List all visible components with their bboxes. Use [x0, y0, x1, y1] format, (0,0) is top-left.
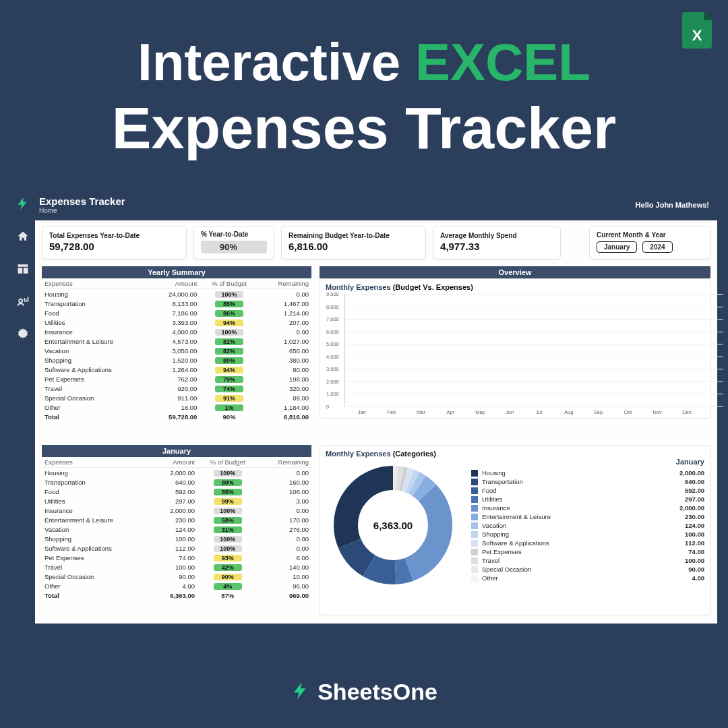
brand-bolt-icon [291, 681, 311, 704]
donut-chart-box: Monthly Expenses (Categories) 6,363.00 J… [320, 445, 710, 615]
table-row: Shopping 1,520.00 80% 380.00 [42, 355, 311, 365]
legend-item: Insurance 2,000.00 [471, 504, 704, 512]
table-row: Other 16.00 1% 1,184.00 [42, 402, 311, 412]
table-row: Travel 920.00 74% 320.00 [42, 384, 311, 393]
table-row: Entertainment & Leisure 4,573.00 82% 1,0… [42, 336, 311, 346]
table-row: Transportation 8,133.00 85% 1,467.00 [42, 299, 311, 308]
table-row: Housing 2,000.00 100% 0.00 [42, 468, 311, 478]
month-selector[interactable]: January [597, 241, 637, 253]
legend-item: Shopping 100.00 [471, 530, 704, 539]
svg-text:X: X [692, 27, 702, 44]
settings-gear-icon[interactable] [16, 327, 30, 343]
table-row: Special Occasion 90.00 90% 10.00 [42, 572, 311, 581]
legend-item: Food 592.00 [471, 486, 704, 495]
headline-excel: EXCEL [415, 32, 590, 92]
metric-avg: Average Monthly Spend 4,977.33 [433, 226, 561, 260]
table-row: Pet Expenses 74.00 93% 6.00 [42, 553, 311, 562]
monthly-bar-chart: 0 1,000 2,000 3,000 4,000 5,000 6,000 7,… [326, 294, 704, 415]
table-row: Software & Applications 1,264.00 94% 80.… [42, 365, 311, 374]
table-row: Travel 100.00 42% 140.00 [42, 562, 311, 572]
legend-item: Vacation 124.00 [471, 521, 704, 530]
legend-item: Travel 100.00 [471, 556, 704, 565]
user-analytics-icon[interactable] [16, 295, 30, 311]
metric-avg-value: 4,977.33 [440, 241, 553, 252]
legend-item: Other 4.00 [471, 574, 704, 582]
app-screenshot: Expenses Tracker Home Hello John Mathews… [11, 192, 717, 624]
legend-item: Entertainment & Leisure 230.00 [471, 512, 704, 521]
metric-remaining: Remaining Budget Year-to-Date 6,816.00 [281, 226, 426, 260]
table-row: Shopping 100.00 100% 0.00 [42, 534, 311, 543]
year-selector[interactable]: 2024 [642, 241, 672, 253]
table-row: Utilities 297.00 99% 3.00 [42, 496, 311, 506]
table-row: Housing 24,000.00 100% 0.00 [42, 289, 311, 299]
bar-chart-subtitle: (Budget Vs. Expenses) [393, 283, 473, 291]
yearly-summary-panel: Yearly Summary ExpensesAmount% of Budget… [42, 266, 311, 437]
monthly-panel: January ExpensesAmount% of BudgetRemaini… [42, 445, 311, 615]
titlebar: Expenses Tracker Home Hello John Mathews… [35, 192, 717, 220]
headline-expenses: Expenses Tracker [0, 96, 728, 161]
overview-header: Overview [320, 266, 710, 278]
donut-title: Monthly Expenses [326, 450, 391, 458]
legend-item: Housing 2,000.00 [471, 468, 704, 477]
donut-center-value: 6,363.00 [373, 520, 413, 531]
metric-remaining-label: Remaining Budget Year-to-Date [289, 232, 419, 239]
metric-avg-label: Average Monthly Spend [440, 232, 553, 239]
table-total-row: Total6,363.00 87%969.00 [42, 590, 311, 600]
metric-pct-label: % Year-to-Date [201, 231, 267, 238]
table-row: Vacation 124.00 31% 276.00 [42, 524, 311, 534]
donut-legend: January Housing 2,000.00 Transportation … [471, 458, 704, 593]
table-row: Software & Applications 112.00 100% 0.00 [42, 543, 311, 553]
legend-item: Pet Expenses 74.00 [471, 547, 704, 556]
footer-brand: SheetsOne [0, 679, 728, 705]
brand-name: SheetsOne [317, 679, 437, 705]
metric-ytd-label: Total Expenses Year-to-Date [49, 232, 179, 239]
yearly-summary-table: ExpensesAmount% of BudgetRemaining Housi… [42, 278, 311, 421]
promo-headline: Interactive EXCEL Expenses Tracker [0, 0, 728, 161]
metric-pct-value: 90% [201, 241, 267, 253]
metric-ytd-value: 59,728.00 [49, 241, 179, 252]
table-row: Special Occasion 911.00 91% 89.00 [42, 393, 311, 402]
table-row: Other 4.00 4% 96.00 [42, 581, 311, 590]
table-row: Pet Expenses 762.00 79% 198.00 [42, 374, 311, 384]
table-row: Insurance 4,000.00 100% 0.00 [42, 327, 311, 336]
bar-chart-box: Monthly Expenses (Budget Vs. Expenses) 0… [320, 278, 710, 419]
table-row: Utilities 3,393.00 94% 207.00 [42, 317, 311, 327]
monthly-header: January [42, 445, 311, 457]
monthly-table: ExpensesAmount% of BudgetRemaining Housi… [42, 457, 311, 600]
metric-pct: % Year-to-Date 90% [193, 226, 274, 260]
home-icon[interactable] [16, 230, 30, 246]
donut-chart: 6,363.00 [326, 458, 460, 593]
table-row: Entertainment & Leisure 230.00 58% 170.0… [42, 515, 311, 524]
legend-item: Special Occasion 90.00 [471, 565, 704, 574]
logo-bolt-icon [16, 196, 30, 214]
metric-current-month: Current Month & Year January 2024 [589, 226, 710, 260]
table-row: Vacation 3,050.00 82% 650.00 [42, 346, 311, 355]
table-row: Insurance 2,000.00 100% 0.00 [42, 506, 311, 515]
overview-panel: Overview Monthly Expenses (Budget Vs. Ex… [320, 266, 710, 437]
app-title: Expenses Tracker [39, 195, 125, 207]
excel-file-icon: X [682, 12, 712, 51]
donut-subtitle: (Categories) [393, 450, 436, 458]
legend-item: Transportation 640.00 [471, 477, 704, 486]
table-row: Food 592.00 85% 108.00 [42, 487, 311, 496]
legend-item: Software & Applications 112.00 [471, 539, 704, 547]
table-total-row: Total59,728.00 90%6,816.00 [42, 412, 311, 421]
app-subtitle: Home [39, 207, 125, 214]
legend-item: Utilities 297.00 [471, 495, 704, 504]
metric-ytd: Total Expenses Year-to-Date 59,728.00 [42, 226, 187, 260]
metric-month-label: Current Month & Year [597, 231, 703, 239]
headline-interactive: Interactive [138, 32, 400, 92]
bar-chart-title: Monthly Expenses [326, 283, 391, 291]
table-row: Food 7,186.00 86% 1,214.00 [42, 308, 311, 317]
yearly-summary-header: Yearly Summary [42, 266, 311, 278]
table-row: Transportation 640.00 80% 160.00 [42, 477, 311, 487]
sidebar [11, 192, 35, 624]
table-icon[interactable] [16, 262, 30, 278]
metric-remaining-value: 6,816.00 [289, 241, 419, 252]
greeting: Hello John Mathews! [636, 201, 709, 209]
